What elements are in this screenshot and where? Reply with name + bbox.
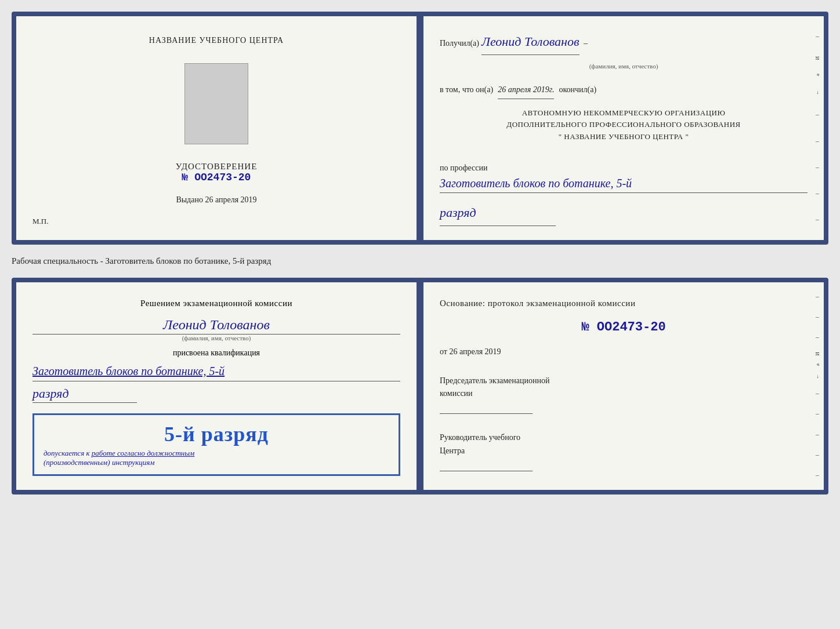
chairman-sign-line [440, 402, 533, 414]
specialty-label: Рабочая специальность - Заготовитель бло… [12, 254, 828, 268]
org-line2: ДОПОЛНИТЕЛЬНОГО ПРОФЕССИОНАЛЬНОГО ОБРАЗО… [440, 119, 808, 131]
mp-label: М.П. [32, 217, 48, 226]
issued-date: 26 апреля 2019 [205, 195, 256, 204]
qualification-value-block: Заготовитель блоков по ботанике, 5-й [32, 362, 400, 381]
cert-title: УДОСТОВЕРЕНИЕ [176, 162, 258, 172]
head-label2: Центра [440, 445, 808, 457]
protocol-date-prefix: от [440, 347, 447, 356]
bedge-dash-8: – [816, 469, 819, 482]
edge-label-arrow: ← [813, 90, 822, 95]
protocol-label: Основание: протокол экзаменационной коми… [440, 296, 808, 310]
certified-date: 26 апреля 2019г. [498, 82, 554, 99]
top-doc-left: НАЗВАНИЕ УЧЕБНОГО ЦЕНТРА УДОСТОВЕРЕНИЕ №… [16, 16, 417, 240]
bottom-doc-right: Основание: протокол экзаменационной коми… [423, 282, 824, 490]
stamp-text1: допускается к [44, 449, 90, 457]
profession-block: по профессии Заготовитель блоков по бота… [440, 156, 808, 193]
org-line3: " НАЗВАНИЕ УЧЕБНОГО ЦЕНТРА " [440, 131, 808, 143]
fio-label-top: (фамилия, имя, отчество) [440, 61, 808, 72]
person-name-block: Леонид Толованов (фамилия, имя, отчество… [32, 317, 400, 341]
doc-divider-top [417, 16, 423, 240]
bedge-label-i: И [813, 352, 822, 356]
stamp-grade: 5-й разряд [44, 422, 389, 446]
chairman-label1: Председатель экзаменационной [440, 375, 808, 387]
bedge-dash-1: – [816, 290, 819, 303]
recipient-line: Получил(а) Леонид Толованов – [440, 30, 808, 55]
cert-title-block: УДОСТОВЕРЕНИЕ № OO2473-20 [176, 162, 258, 183]
edge-dash-2: – [816, 108, 819, 121]
dash-separator: – [582, 36, 588, 50]
bottom-document: Решением экзаменационной комиссии Леонид… [12, 278, 828, 495]
head-block: Руководитель учебного Центра [440, 431, 808, 474]
edge-label-a: а [813, 74, 822, 76]
chairman-label2: комиссии [440, 387, 808, 400]
edge-dash-5: – [816, 187, 819, 200]
razryad-bottom: разряд [32, 386, 137, 403]
profession-value: Заготовитель блоков по ботанике, 5-й [440, 175, 808, 193]
issued-label: Выдано [176, 195, 203, 204]
bedge-label-arrow: ← [813, 374, 822, 379]
profession-label: по профессии [440, 161, 808, 175]
doc-divider-bottom [417, 282, 423, 490]
bedge-dash-4: – [816, 387, 819, 400]
bedge-dash-3: – [816, 331, 819, 344]
stamp-text3: (производственным) инструкциям [44, 458, 155, 467]
stamp-box: 5-й разряд допускается к работе согласно… [32, 413, 400, 476]
razryad-block-top: разряд [440, 201, 808, 226]
bedge-dash-2: – [816, 311, 819, 323]
qualification-value: Заготовитель блоков по ботанике, 5-й [32, 362, 400, 381]
org-block: АВТОНОМНУЮ НЕКОММЕРЧЕСКУЮ ОРГАНИЗАЦИЮ ДО… [440, 107, 808, 143]
top-document: НАЗВАНИЕ УЧЕБНОГО ЦЕНТРА УДОСТОВЕРЕНИЕ №… [12, 12, 828, 245]
edge-dash-6: – [816, 213, 819, 226]
commission-decision: Решением экзаменационной комиссии [32, 296, 400, 310]
person-name-bottom: Леонид Толованов [32, 317, 400, 335]
head-label1: Руководитель учебного [440, 431, 808, 444]
edge-dash-1: – [816, 30, 819, 43]
page-wrapper: НАЗВАНИЕ УЧЕБНОГО ЦЕНТРА УДОСТОВЕРЕНИЕ №… [12, 12, 828, 495]
edge-dash-4: – [816, 161, 819, 174]
school-name-top: НАЗВАНИЕ УЧЕБНОГО ЦЕНТРА [149, 36, 284, 45]
photo-placeholder [184, 63, 248, 144]
stamp-text: допускается к работе согласно должностны… [44, 449, 389, 467]
protocol-date: 26 апреля 2019 [449, 347, 501, 356]
bottom-doc-left: Решением экзаменационной комиссии Леонид… [16, 282, 417, 490]
edge-dash-3: – [816, 135, 819, 148]
right-edge-labels-bottom: – – – И а ← – – – – – [812, 282, 823, 490]
head-sign-line [440, 460, 533, 471]
completed-label: окончил(а) [559, 82, 596, 97]
qual-label: присвоена квалификация [32, 348, 400, 358]
stamp-text2: работе согласно должностным [92, 449, 195, 457]
cert-number: № OO2473-20 [176, 172, 258, 183]
bedge-dash-5: – [816, 408, 819, 420]
protocol-number: № OO2473-20 [440, 316, 808, 339]
issued-line: Выдано 26 апреля 2019 [176, 195, 256, 205]
recipient-name: Леонид Толованов [481, 30, 580, 55]
razryad-bottom-block: разряд [32, 386, 400, 403]
bedge-label-a: а [813, 363, 822, 366]
protocol-date-line: от 26 апреля 2019 [440, 344, 808, 359]
recipient-prefix: Получил(а) [440, 36, 479, 50]
bedge-dash-7: – [816, 449, 819, 461]
top-doc-right: Получил(а) Леонид Толованов – (фамилия, … [423, 16, 824, 240]
right-edge-labels: – И а ← – – – – – [812, 16, 823, 240]
edge-label-i: И [813, 56, 822, 60]
chairman-block: Председатель экзаменационной комиссии [440, 375, 808, 417]
certified-block: в том, что он(а) 26 апреля 2019г. окончи… [440, 82, 808, 99]
razryad-value-top: разряд [440, 201, 556, 226]
org-line1: АВТОНОМНУЮ НЕКОММЕРЧЕСКУЮ ОРГАНИЗАЦИЮ [440, 107, 808, 119]
fio-label-bottom: (фамилия, имя, отчество) [32, 335, 400, 341]
bedge-dash-6: – [816, 428, 819, 441]
certified-text: в том, что он(а) [440, 82, 493, 97]
